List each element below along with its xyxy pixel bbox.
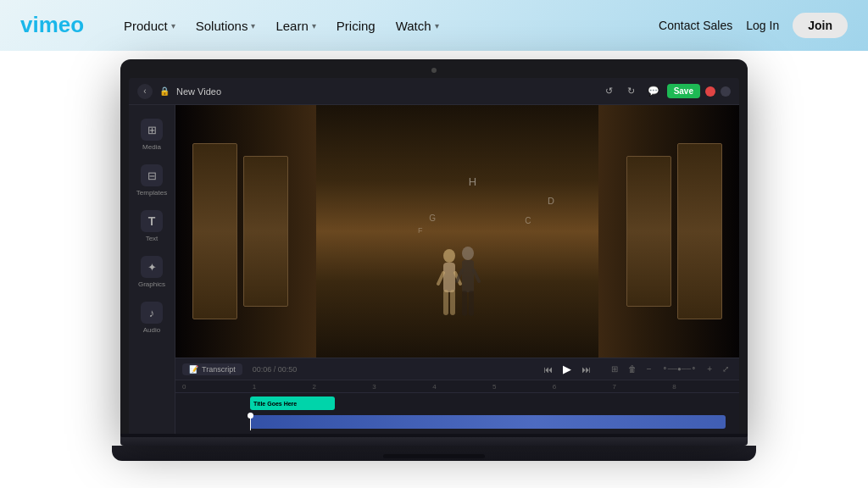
main-content: ‹ 🔒 New Video ↺ ↻ 💬 Save (0, 51, 868, 488)
ruler-mark-5: 5 (492, 383, 553, 391)
timeline-topbar: 📝 Transcript 00:06 / 00:50 ⏮ ▶ ⏭ (175, 358, 739, 380)
transcript-icon: 📝 (189, 365, 198, 374)
delete-button[interactable]: 🗑 (625, 363, 640, 375)
editor-sidebar: ⊞ Media ⊟ Templates T Text ✦ (129, 105, 175, 434)
graphics-label: Graphics (138, 280, 165, 288)
zoom-in-button[interactable]: + (704, 363, 715, 375)
video-preview[interactable]: H D G F C (175, 105, 739, 358)
svg-rect-8 (462, 260, 474, 292)
timeline-right-controls: ⊞ 🗑 − ⚬──●──⚬ + ⤢ (608, 363, 732, 375)
redo-button[interactable]: ↻ (623, 83, 640, 100)
laptop-camera (431, 68, 437, 73)
letter-D: D (548, 196, 554, 206)
chevron-down-icon: ▾ (171, 21, 175, 30)
graphics-icon: ✦ (141, 256, 163, 278)
laptop-foot (383, 454, 485, 458)
grid-view-button[interactable]: ⊞ (608, 363, 621, 375)
comment-button[interactable]: 💬 (645, 83, 662, 100)
svg-line-9 (457, 270, 462, 281)
audio-label: Audio (143, 326, 160, 334)
elevator-door-3 (677, 143, 722, 320)
audio-tool[interactable]: ♪ Audio (133, 297, 170, 339)
menu-button[interactable] (721, 86, 731, 97)
svg-text:vimeo: vimeo (20, 14, 84, 37)
text-tool[interactable]: T Text (133, 205, 170, 247)
nav-item-watch[interactable]: Watch ▾ (387, 14, 448, 38)
people-silhouettes (432, 235, 483, 319)
skip-back-button[interactable]: ⏮ (540, 363, 556, 376)
laptop-hinge (120, 434, 748, 437)
audio-icon: ♪ (141, 302, 163, 324)
contact-sales-link[interactable]: Contact Sales (659, 19, 732, 32)
zoom-out-button[interactable]: − (643, 363, 655, 375)
letter-H: H (469, 175, 476, 188)
zoom-slider[interactable]: ⚬──●──⚬ (659, 363, 701, 374)
save-button[interactable]: Save (667, 84, 700, 98)
svg-point-7 (462, 247, 474, 260)
timeline-ruler: 0 1 2 3 4 5 6 7 8 (175, 380, 739, 393)
laptop-bottom (112, 446, 756, 461)
expand-button[interactable]: ⤢ (719, 363, 732, 375)
laptop-base (120, 434, 748, 446)
letter-F: F (418, 226, 423, 235)
back-button[interactable]: ‹ (137, 84, 153, 99)
elevator-door-2 (243, 156, 288, 308)
nav-right: Contact Sales Log In Join (659, 13, 848, 38)
text-icon: T (141, 210, 163, 232)
editor-body: ⊞ Media ⊟ Templates T Text ✦ (129, 105, 739, 434)
svg-line-3 (438, 273, 443, 284)
skip-forward-button[interactable]: ⏭ (578, 363, 594, 376)
lock-icon: 🔒 (159, 86, 170, 96)
transcript-label: Transcript (202, 365, 236, 374)
ruler-mark-6: 6 (553, 383, 613, 391)
play-button[interactable]: ▶ (559, 361, 575, 377)
letter-C: C (525, 216, 531, 225)
login-link[interactable]: Log In (746, 19, 779, 32)
editor-timeline: 📝 Transcript 00:06 / 00:50 ⏮ ▶ ⏭ (175, 358, 739, 434)
templates-tool[interactable]: ⊟ Templates (133, 159, 170, 202)
laptop-screen: ‹ 🔒 New Video ↺ ↻ 💬 Save (129, 78, 739, 434)
media-label: Media (142, 143, 161, 151)
media-icon: ⊞ (141, 119, 163, 141)
playhead-head (248, 413, 253, 419)
nav-items: Product ▾ Solutions ▾ Learn ▾ Pricing Wa… (115, 14, 659, 38)
graphics-tool[interactable]: ✦ Graphics (133, 251, 170, 293)
title-clip[interactable]: Title Goes Here (250, 396, 335, 410)
letter-G: G (429, 214, 436, 223)
templates-label: Templates (136, 189, 167, 197)
chevron-down-icon: ▾ (435, 21, 439, 30)
laptop-device: ‹ 🔒 New Video ↺ ↻ 💬 Save (112, 59, 756, 461)
logo[interactable]: vimeo (20, 14, 88, 37)
navigation: vimeo Product ▾ Solutions ▾ Learn ▾ Pric… (0, 0, 868, 51)
undo-button[interactable]: ↺ (601, 83, 618, 100)
svg-line-10 (474, 270, 479, 281)
svg-rect-2 (443, 263, 455, 292)
video-track-row (182, 415, 732, 430)
transcript-badge[interactable]: 📝 Transcript (182, 363, 242, 375)
chevron-down-icon: ▾ (312, 21, 316, 30)
title-track-row: Title Goes Here (182, 396, 732, 412)
ruler-mark-8: 8 (672, 383, 732, 391)
templates-icon: ⊟ (141, 164, 163, 186)
nav-item-pricing[interactable]: Pricing (328, 14, 384, 38)
nav-item-solutions[interactable]: Solutions ▾ (187, 14, 264, 38)
ruler-mark-2: 2 (313, 383, 373, 391)
svg-rect-11 (462, 291, 467, 316)
ruler-mark-0: 0 (182, 383, 242, 391)
svg-rect-5 (443, 290, 448, 315)
video-clip[interactable] (250, 415, 726, 429)
media-tool[interactable]: ⊞ Media (133, 114, 170, 156)
editor-main: H D G F C 📝 (175, 105, 739, 434)
join-button[interactable]: Join (793, 13, 848, 38)
nav-item-learn[interactable]: Learn ▾ (267, 14, 324, 38)
svg-point-1 (443, 249, 455, 263)
playhead[interactable] (250, 415, 251, 430)
ruler-mark-1: 1 (253, 383, 313, 391)
elevator-door-4 (626, 156, 671, 308)
nav-item-product[interactable]: Product ▾ (115, 14, 184, 38)
record-button[interactable] (705, 86, 715, 97)
svg-rect-12 (469, 291, 474, 316)
current-time: 00:06 / 00:50 (253, 365, 298, 374)
ruler-marks: 0 1 2 3 4 5 6 7 8 (182, 383, 732, 391)
vimeo-logo-svg: vimeo (20, 14, 88, 37)
